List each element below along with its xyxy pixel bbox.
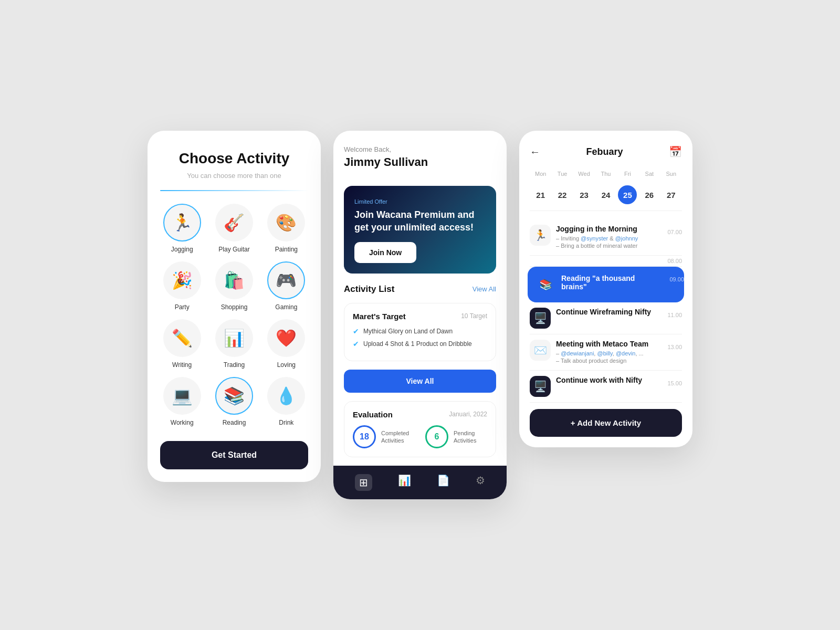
nav-chart-icon[interactable]: 📊 [398,474,411,491]
activity-label-writing: Writing [172,361,192,369]
cal-day-Sat: Sat [638,169,660,179]
activity-icon-reading: 📚 [215,377,253,415]
cal-date-21[interactable]: 21 [531,185,550,204]
evaluation-card: Evaluation Januari, 2022 18 Completed Ac… [344,401,496,457]
activity-item-working[interactable]: 💻Working [160,377,204,426]
calendar-month: Febuary [586,146,623,158]
activity-item-trading[interactable]: 📊Trading [212,319,256,369]
pending-label: Pending Activities [454,429,485,445]
schedule-icon-1: 📚 [535,274,556,295]
target-title: Maret's Target [353,312,406,321]
activity-icon-gaming: 🎮 [267,261,305,299]
welcome-text: Welcome Back, [344,145,428,153]
screen1-divider [160,190,308,191]
schedule-sub-3-1: – Talk about product design [556,358,660,364]
schedule-name-1: Reading "a thousand brains" [561,274,655,291]
screen2-activity-list: Welcome Back, Jimmy Sullivan 25 Feb 📅 Li… [333,131,507,499]
screen1-title: Choose Activity [160,150,308,167]
schedule-sub-0-0: – Inviting @synyster & @johnny [556,235,660,242]
view-all-button[interactable]: View All [344,370,496,393]
schedule-name-4: Continue work with Nifty [556,376,660,384]
schedule-item-1[interactable]: 📚Reading "a thousand brains"09.00 [528,267,684,302]
activity-label-working: Working [171,419,194,426]
nav-doc-icon[interactable]: 📄 [437,474,450,491]
cal-day-Thu: Thu [595,169,616,179]
schedule-item-4[interactable]: 🖥️Continue work with Nifty15.00 [530,371,682,403]
activity-label-gaming: Gaming [275,303,297,311]
activity-label-guitar: Play Guitar [218,246,249,253]
calendar-toggle-icon[interactable]: 📅 [669,145,682,158]
activity-item-writing[interactable]: ✏️Writing [160,319,204,369]
schedule-item-0[interactable]: 🏃Jogging in the Morning– Inviting @synys… [530,219,682,256]
get-started-button[interactable]: Get Started [160,441,308,469]
activity-icon-painting: 🎨 [267,204,305,242]
activity-item-painting[interactable]: 🎨Painting [265,204,308,253]
activity-item-reading[interactable]: 📚Reading [212,377,256,426]
activity-list-header: Activity List View All [344,284,496,295]
activity-item-jogging[interactable]: 🏃Jogging [160,204,204,253]
cal-date-26[interactable]: 26 [640,185,659,204]
nav-grid-icon[interactable]: ⊞ [355,474,372,491]
calendar-divider [530,211,682,211]
activity-icon-writing: ✏️ [163,319,201,357]
cal-date-27[interactable]: 27 [662,185,680,204]
activity-item-gaming[interactable]: 🎮Gaming [265,261,308,311]
time-label-08: 08.00 [667,258,682,264]
back-button[interactable]: ← [530,146,540,158]
eval-completed: 18 Completed Activities [353,425,413,448]
cal-day-Mon: Mon [530,169,551,179]
check-icon-1: ✔ [353,327,359,335]
calendar-week: MonTueWedThuFriSatSun [530,169,682,179]
calendar-header: ← Febuary 📅 [530,145,682,158]
join-button[interactable]: Join Now [354,242,416,263]
activity-item-drink[interactable]: 💧Drink [265,377,308,426]
cal-date-24[interactable]: 24 [596,185,615,204]
activity-icon-drink: 💧 [267,377,305,415]
activity-label-party: Party [175,303,190,311]
target-count: 10 Target [461,312,487,320]
bottom-nav: ⊞ 📊 📄 ⚙ [333,466,507,499]
screen1-subtitle: You can choose more than one [160,172,308,180]
cal-day-Wed: Wed [573,169,595,179]
activity-label-loving: Loving [277,361,296,369]
promo-title: Join Wacana Premium and get your unlimit… [354,209,486,234]
pending-count: 6 [425,425,448,448]
eval-title: Evaluation [353,410,393,419]
activity-item-guitar[interactable]: 🎸Play Guitar [212,204,256,253]
schedule-item-3[interactable]: ✉️Meeting with Metaco Team– @dewianjani,… [530,334,682,371]
schedule-icon-0: 🏃 [530,225,551,246]
check-icon-2: ✔ [353,340,359,348]
user-name: Jimmy Sullivan [344,155,428,169]
activity-label-trading: Trading [224,361,245,369]
add-activity-button[interactable]: + Add New Activity [530,409,682,437]
nav-gear-icon[interactable]: ⚙ [476,474,485,491]
activity-item-party[interactable]: 🎉Party [160,261,204,311]
cal-date-22[interactable]: 22 [553,185,572,204]
schedule-name-0: Jogging in the Morning [556,225,660,233]
cal-date-23[interactable]: 23 [575,185,594,204]
view-all-link[interactable]: View All [472,285,496,293]
activity-icon-loving: ❤️ [267,319,305,357]
activity-icon-trading: 📊 [215,319,253,357]
activity-label-shopping: Shopping [221,303,248,311]
schedule-time-1: 09.00 [665,276,684,282]
activity-icon-shopping: 🛍️ [215,261,253,299]
schedule-sub-0-1: – Bring a bottle of mineral water [556,243,660,249]
eval-stats: 18 Completed Activities 6 Pending Activi… [353,425,487,448]
schedule-icon-4: 🖥️ [530,376,551,397]
schedule-time-0: 07.00 [663,229,682,235]
screens-container: Choose Activity You can choose more than… [148,131,692,499]
schedule-list: 🏃Jogging in the Morning– Inviting @synys… [530,219,682,403]
schedule-time-2: 11.00 [663,312,682,318]
schedule-icon-3: ✉️ [530,340,551,361]
schedule-info-1: Reading "a thousand brains" [561,274,677,293]
schedule-name-2: Continue Wireframing Nifty [556,308,660,316]
completed-label: Completed Activities [381,429,413,445]
activity-icon-jogging: 🏃 [163,204,201,242]
schedule-item-2[interactable]: 🖥️Continue Wireframing Nifty11.00 [530,302,682,334]
cal-date-25[interactable]: 25 [618,185,637,204]
target-item-1: ✔ Mythical Glory on Land of Dawn [353,327,487,335]
activity-item-shopping[interactable]: 🛍️Shopping [212,261,256,311]
promo-banner: Limited Offer Join Wacana Premium and ge… [344,186,496,274]
activity-item-loving[interactable]: ❤️Loving [265,319,308,369]
